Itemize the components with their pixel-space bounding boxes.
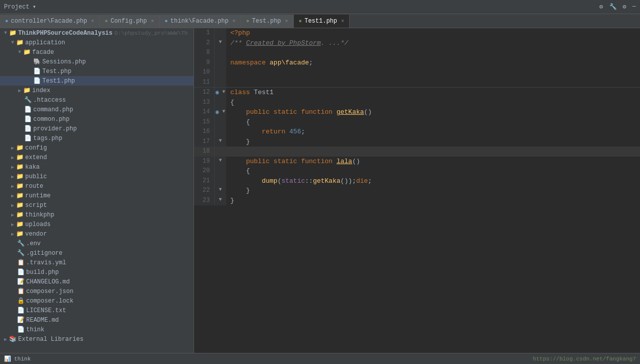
tab-config[interactable]: ● Config.php ×: [100, 15, 160, 28]
sidebar-item-facade[interactable]: ▼ 📁 facade: [0, 47, 194, 57]
sidebar-item-sessions[interactable]: ▶ 🐘 Sessions.php: [0, 57, 194, 66]
line-code-20[interactable]: {: [226, 166, 640, 176]
wrench-icon[interactable]: 🔧: [609, 3, 617, 11]
sidebar-item-vendor[interactable]: ▶ 📁 vendor: [0, 229, 194, 239]
fold-arrow-2[interactable]: ▼: [219, 39, 222, 45]
sidebar-item-travis[interactable]: ▶ 📋 .travis.yml: [0, 258, 194, 267]
index-folder-icon: 📁: [23, 87, 31, 94]
line-gutter-16: [214, 127, 226, 137]
code-line-21: 21 dump(static::getKaka());die;: [194, 176, 640, 186]
sidebar-item-tags[interactable]: ▶ 📄 tags.php: [0, 133, 194, 143]
sidebar-item-route[interactable]: ▶ 📁 route: [0, 181, 194, 191]
sidebar-item-htaccess[interactable]: ▶ 🔧 .htaccess: [0, 95, 194, 105]
sidebar-item-env[interactable]: ▶ 🔧 .env: [0, 239, 194, 248]
tab-close-controller-facade[interactable]: ×: [91, 19, 94, 24]
sidebar-root[interactable]: ▼ 📁 ThinkPHPSourceCodeAnalysis D:\phpstu…: [0, 28, 194, 38]
line-code-14[interactable]: public static function getKaka(): [226, 107, 640, 117]
gear-icon[interactable]: ⚙: [623, 3, 626, 11]
sidebar-item-command[interactable]: ▶ 📄 command.php: [0, 105, 194, 114]
sidebar-item-common[interactable]: ▶ 📄 common.php: [0, 114, 194, 124]
route-folder-icon: 📁: [16, 182, 24, 190]
line-code-12[interactable]: class Test1: [226, 88, 640, 98]
line-gutter-15: [214, 117, 226, 127]
code-line-13: 13 {: [194, 98, 640, 108]
sidebar-item-gitignore[interactable]: ▶ 🔧 .gitignore: [0, 248, 194, 258]
tab-think-facade[interactable]: ● think\Facade.php ×: [160, 15, 241, 28]
ext-lib-arrow: ▶: [2, 336, 9, 342]
sidebar-item-test1-php[interactable]: ▶ 📄 Test1.php: [0, 76, 194, 86]
line-code-10[interactable]: [226, 67, 640, 78]
sidebar-item-build[interactable]: ▶ 📄 build.php: [0, 267, 194, 277]
code-line-9: 9 namespace app\facade;: [194, 58, 640, 68]
line-code-23[interactable]: }: [226, 196, 640, 206]
line-code-16[interactable]: return 456;: [226, 127, 640, 137]
tab-close-think-facade[interactable]: ×: [232, 19, 235, 24]
settings-icon[interactable]: ⚙: [599, 3, 603, 11]
tab-test1[interactable]: ● Test1.php ×: [294, 15, 350, 28]
fold-arrow-12[interactable]: ▼: [222, 88, 225, 96]
sidebar-item-changelog[interactable]: ▶ 📝 CHANGELOG.md: [0, 277, 194, 286]
line-gutter-22: ▼: [214, 186, 226, 196]
code-line-20: 20 {: [194, 166, 640, 176]
sidebar-item-license[interactable]: ▶ 📄 LICENSE.txt: [0, 306, 194, 315]
sidebar-item-uploads[interactable]: ▶ 📁 uploads: [0, 220, 194, 229]
sidebar-item-runtime[interactable]: ▶ 📁 runtime: [0, 191, 194, 200]
line-code-18[interactable]: [226, 147, 640, 157]
sidebar-item-test-php[interactable]: ▶ 📄 Test.php: [0, 66, 194, 76]
line-code-19[interactable]: public static function lala(): [226, 157, 640, 167]
tab-close-config[interactable]: ×: [151, 19, 154, 24]
line-code-1[interactable]: <?php: [226, 28, 640, 38]
tab-controller-facade[interactable]: ● controller\Facade.php ×: [0, 15, 100, 28]
sidebar-item-public[interactable]: ▶ 📁 public: [0, 172, 194, 181]
static-keyword-21: static: [281, 177, 305, 185]
line-code-9[interactable]: namespace app\facade;: [226, 58, 640, 68]
sidebar-item-composer-json[interactable]: ▶ 📋 composer.json: [0, 286, 194, 296]
tab-test[interactable]: ● Test.php ×: [241, 15, 293, 28]
line-code-8[interactable]: [226, 48, 640, 58]
editor-area[interactable]: 1 <?php 2 ▼ /** Created by PhpStorm. ...…: [194, 28, 640, 364]
sidebar-item-kaka[interactable]: ▶ 📁 kaka: [0, 162, 194, 172]
ext-lib-label: External Libraries: [18, 336, 84, 343]
extend-folder-icon: 📁: [16, 154, 24, 161]
fold-arrow-23[interactable]: ▼: [219, 197, 222, 202]
sidebar-item-readme[interactable]: ▶ 📝 README.md: [0, 315, 194, 325]
sidebar-item-index[interactable]: ▶ 📁 index: [0, 86, 194, 95]
sidebar-item-thinkphp[interactable]: ▶ 📁 thinkphp: [0, 210, 194, 220]
code-line-15: 15 {: [194, 117, 640, 127]
line-code-22[interactable]: }: [226, 186, 640, 196]
sidebar-item-composer-lock[interactable]: ▶ 🔒 composer.lock: [0, 296, 194, 306]
fold-arrow-14[interactable]: ▼: [222, 108, 225, 115]
provider-file-icon: 📄: [24, 125, 32, 132]
line-code-11[interactable]: [226, 78, 640, 88]
sidebar-item-external-libraries[interactable]: ▶ 📚 External Libraries: [0, 334, 194, 344]
editor-tabs: ● controller\Facade.php × ● Config.php ×…: [0, 14, 640, 28]
test-file-icon: 📄: [33, 67, 41, 75]
project-dropdown-arrow[interactable]: ▾: [32, 3, 36, 11]
changelog-label: CHANGELOG.md: [26, 278, 70, 285]
sidebar-item-extend[interactable]: ▶ 📁 extend: [0, 153, 194, 162]
fold-arrow-19[interactable]: ▼: [219, 158, 222, 163]
tab-label-test1: Test1.php: [304, 18, 337, 25]
line-code-21[interactable]: dump(static::getKaka());die;: [226, 176, 640, 186]
tab-close-test1[interactable]: ×: [341, 19, 344, 24]
tab-close-test[interactable]: ×: [285, 19, 288, 24]
line-code-17[interactable]: }: [226, 137, 640, 147]
line-number-2: 2: [194, 38, 214, 48]
fold-arrow-17[interactable]: ▼: [219, 138, 222, 143]
line-code-2[interactable]: /** Created by PhpStorm. ...*/: [226, 38, 640, 48]
sidebar-item-application[interactable]: ▼ 📁 application: [0, 38, 194, 47]
root-arrow: ▼: [2, 30, 9, 36]
dump-function: dump: [262, 177, 277, 185]
line-gutter-17: ▼: [214, 137, 226, 147]
fold-arrow-22[interactable]: ▼: [219, 187, 222, 192]
minimize-button[interactable]: —: [632, 3, 636, 11]
sidebar-item-think[interactable]: ▶ 📄 think: [0, 325, 194, 334]
sidebar-item-provider[interactable]: ▶ 📄 provider.php: [0, 124, 194, 133]
sidebar-item-config[interactable]: ▶ 📁 config: [0, 143, 194, 153]
line-code-15[interactable]: {: [226, 117, 640, 127]
line-gutter-11: [214, 78, 226, 88]
application-arrow: ▼: [9, 40, 16, 45]
sidebar-item-script[interactable]: ▶ 📁 script: [0, 200, 194, 210]
root-path: D:\phpstudy_pro\WWW\Th: [114, 30, 187, 36]
line-code-13[interactable]: {: [226, 98, 640, 108]
